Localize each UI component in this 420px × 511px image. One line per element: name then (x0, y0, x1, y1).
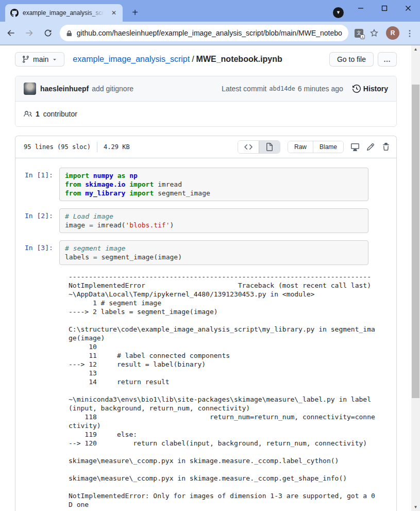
browser-window: example_image_analysis_script/M ✕ + ▼ gi… (0, 0, 420, 511)
code-line: image = imread('blobs.tif') (65, 221, 363, 229)
branch-selector-button[interactable]: main (15, 52, 64, 67)
code-icon (244, 143, 253, 151)
cell-prompt: In [2]: (25, 208, 59, 233)
page-scrollbar[interactable]: ▲ ▼ (411, 45, 420, 511)
commit-message[interactable]: add gitignore (92, 85, 133, 93)
contributor-count: 1 (36, 110, 40, 118)
file-size: 4.29 KB (104, 143, 130, 151)
notebook-cell-2: In [2]: # Load image image = imread('blo… (25, 208, 396, 233)
scrollbar-thumb[interactable] (412, 85, 419, 398)
file-header: 95 lines (95 sloc) 4.29 KB Raw Blame (15, 136, 396, 158)
traceback-output: ----------------------------------------… (69, 272, 396, 509)
cell-prompt: In [1]: (25, 168, 59, 201)
history-clock-icon (352, 85, 361, 93)
commit-author-avatar[interactable] (24, 83, 36, 95)
contributor-label: contributor (43, 110, 77, 118)
people-icon (24, 110, 32, 118)
delete-button[interactable] (382, 143, 390, 151)
browser-tab[interactable]: example_image_analysis_script/M ✕ (5, 4, 123, 22)
browser-menu-icon[interactable]: ⋮ (406, 28, 414, 38)
breadcrumb-file-name: MWE_notebook.ipynb (196, 55, 282, 63)
breadcrumb: example_image_analysis_script/MWE_notebo… (73, 55, 329, 64)
tab-close-icon[interactable]: ✕ (109, 8, 119, 18)
branch-name: main (33, 55, 48, 63)
raw-button[interactable]: Raw (288, 141, 313, 153)
history-link[interactable]: History (352, 85, 388, 93)
translate-icon[interactable]: 文A (355, 29, 363, 38)
commit-time: 6 minutes ago (298, 85, 343, 93)
code-line: from my_library import segment_image (65, 189, 363, 197)
monitor-icon (351, 143, 359, 151)
browser-profile-avatar[interactable]: R (386, 26, 399, 40)
git-branch-icon (22, 55, 30, 63)
address-bar[interactable]: github.com/haesleinhuepf/example_image_a… (60, 25, 348, 41)
new-tab-button[interactable]: + (128, 5, 142, 20)
divider (97, 142, 97, 152)
browser-toolbar: github.com/haesleinhuepf/example_image_a… (0, 22, 420, 45)
url-text: github.com/haesleinhuepf/example_image_a… (77, 29, 342, 37)
github-favicon-icon (10, 9, 19, 17)
display-button[interactable] (351, 143, 359, 151)
back-button[interactable] (3, 25, 19, 41)
code-line: # segment image (65, 244, 363, 253)
code-line: from skimage.io import imread (65, 180, 363, 189)
raw-blame-group: Raw Blame (288, 141, 344, 153)
contributors-row[interactable]: 1 contributor (15, 102, 396, 126)
window-controls (349, 0, 420, 16)
breadcrumb-repo-link[interactable]: example_image_analysis_script (73, 55, 190, 63)
cell-input: # Load image image = imread('blobs.tif') (59, 208, 368, 233)
scrollbar-down-icon[interactable]: ▼ (411, 503, 420, 511)
tab-search-icon[interactable]: ▼ (333, 7, 344, 18)
file-navigation: main example_image_analysis_script/MWE_n… (15, 52, 397, 67)
commit-header: haesleinhuepf add gitignore Latest commi… (15, 76, 396, 102)
scrollbar-up-icon[interactable]: ▲ (411, 45, 420, 53)
file-content-box: 95 lines (95 sloc) 4.29 KB Raw Blame (15, 136, 397, 511)
go-to-file-button[interactable]: Go to file (329, 52, 374, 67)
reload-button[interactable] (40, 25, 56, 41)
cell-input: import numpy as np from skimage.io impor… (59, 168, 368, 201)
view-toggle-group (238, 140, 280, 154)
blame-button[interactable]: Blame (313, 141, 343, 153)
code-line: import numpy as np (65, 171, 363, 180)
edit-button[interactable] (366, 143, 375, 151)
forward-button[interactable] (22, 25, 37, 41)
notebook-cell-3: In [3]: # segment image labels = segment… (25, 240, 396, 265)
tab-title: example_image_analysis_script/M (23, 9, 104, 17)
code-line: # Load image (65, 212, 363, 221)
cell-input: # segment image labels = segment_image(i… (59, 240, 368, 265)
tab-strip: example_image_analysis_script/M ✕ + ▼ (0, 0, 420, 22)
more-options-button[interactable]: … (378, 52, 397, 67)
source-view-button[interactable] (238, 141, 259, 153)
latest-commit-box: haesleinhuepf add gitignore Latest commi… (15, 76, 397, 127)
file-icon (265, 143, 274, 151)
latest-commit-label: Latest commit (222, 85, 266, 93)
maximize-button[interactable] (373, 0, 396, 16)
breadcrumb-separator: / (192, 55, 194, 63)
bookmark-star-icon[interactable] (369, 28, 379, 38)
commit-author-link[interactable]: haesleinhuepf (40, 85, 89, 93)
trash-icon (382, 143, 390, 151)
commit-sha[interactable]: abd14de (269, 85, 295, 92)
file-lines-info: 95 lines (95 sloc) (24, 143, 91, 151)
lock-icon (66, 30, 73, 37)
pencil-icon (366, 143, 375, 151)
cell-prompt: In [3]: (25, 240, 59, 265)
notebook-render: In [1]: import numpy as np from skimage.… (15, 158, 396, 511)
rendered-view-button[interactable] (259, 141, 280, 153)
minimize-button[interactable] (349, 0, 373, 16)
chevron-down-icon (52, 56, 58, 62)
code-line: labels = segment_image(image) (65, 253, 363, 261)
close-button[interactable] (396, 0, 420, 16)
notebook-cell-1: In [1]: import numpy as np from skimage.… (25, 168, 396, 201)
page-viewport: main example_image_analysis_script/MWE_n… (0, 45, 411, 511)
